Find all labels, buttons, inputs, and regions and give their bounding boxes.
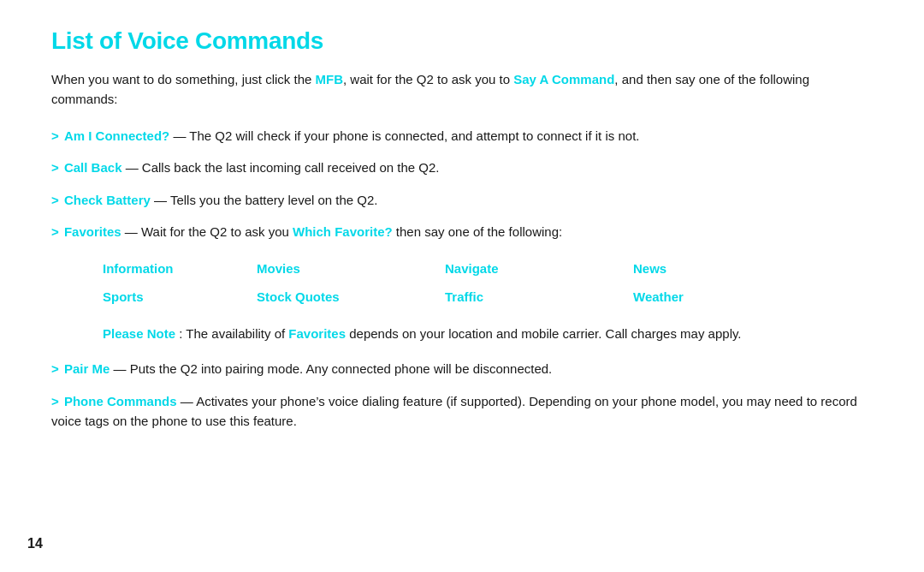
command-body-call-back: — Calls back the last incoming call rece… <box>126 160 440 175</box>
arrow-icon: > <box>51 224 59 239</box>
intro-paragraph: When you want to do something, just clic… <box>51 70 873 109</box>
favorites-item-information: Information <box>103 257 257 280</box>
please-note-favorites-highlight: Favorites <box>288 326 346 341</box>
command-label-pair-me: Pair Me <box>64 361 110 376</box>
command-item-call-back: > Call Back — Calls back the last incomi… <box>51 158 873 177</box>
favorites-item-weather: Weather <box>633 285 770 308</box>
command-label-check-battery: Check Battery <box>64 193 151 207</box>
please-note-label: Please Note <box>103 326 175 341</box>
please-note-block: Please Note : The availability of Favori… <box>103 324 873 343</box>
say-command-highlight: Say A Command <box>513 72 614 86</box>
page-title: List of Voice Commands <box>51 27 873 55</box>
please-note-text-before: : The availability of <box>179 326 288 341</box>
favorites-grid: Information Movies Navigate News Sports … <box>103 257 873 308</box>
command-list: > Am I Connected? — The Q2 will check if… <box>51 126 873 431</box>
command-body-favorites-before: — Wait for the Q2 to ask you <box>125 224 293 239</box>
favorites-item-traffic: Traffic <box>445 285 633 308</box>
intro-text-between: , wait for the Q2 to ask you to <box>343 72 513 86</box>
command-label-phone-commands: Phone Commands <box>64 394 177 408</box>
command-body-favorites-after: then say one of the following: <box>396 224 562 239</box>
command-body-pair-me: — Puts the Q2 into pairing mode. Any con… <box>113 361 552 376</box>
arrow-icon: > <box>51 193 59 207</box>
command-item-check-battery: > Check Battery — Tells you the battery … <box>51 190 873 210</box>
intro-text-before: When you want to do something, just clic… <box>51 72 316 86</box>
command-item-am-i-connected: > Am I Connected? — The Q2 will check if… <box>51 126 873 146</box>
command-item-pair-me: > Pair Me — Puts the Q2 into pairing mod… <box>51 359 873 378</box>
favorites-item-movies: Movies <box>257 257 445 280</box>
command-label-call-back: Call Back <box>64 160 122 175</box>
arrow-icon: > <box>51 128 59 143</box>
arrow-icon: > <box>51 394 59 408</box>
favorites-item-sports: Sports <box>103 285 257 308</box>
command-item-phone-commands: > Phone Commands — Activates your phone’… <box>51 391 873 432</box>
page-container: List of Voice Commands When you want to … <box>0 0 924 572</box>
command-label-am-i-connected: Am I Connected? <box>64 128 169 143</box>
command-item-favorites: > Favorites — Wait for the Q2 to ask you… <box>51 222 873 344</box>
which-favorite-highlight: Which Favorite? <box>293 224 393 239</box>
arrow-icon: > <box>51 160 59 175</box>
favorites-item-stock-quotes: Stock Quotes <box>257 285 445 308</box>
command-label-favorites: Favorites <box>64 224 121 239</box>
please-note-text-after: depends on your location and mobile carr… <box>349 326 741 341</box>
command-body-am-i-connected: — The Q2 will check if your phone is con… <box>173 128 639 143</box>
arrow-icon: > <box>51 361 59 376</box>
command-body-check-battery: — Tells you the battery level on the Q2. <box>154 193 378 207</box>
mfb-highlight: MFB <box>316 72 344 86</box>
favorites-item-navigate: Navigate <box>445 257 633 280</box>
page-number: 14 <box>27 536 43 551</box>
favorites-item-news: News <box>633 257 770 280</box>
